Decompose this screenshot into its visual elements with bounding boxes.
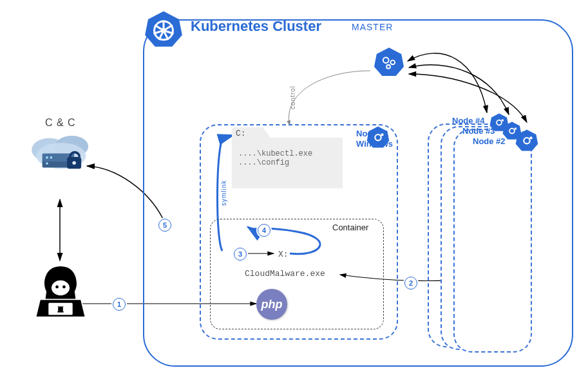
- svg-point-37: [55, 286, 59, 289]
- file-window-drive: C:: [236, 129, 246, 138]
- symlink-label: symlink: [220, 180, 227, 206]
- file-window: ....\kubectl.exe ....\config: [232, 138, 343, 188]
- node2-icon: [515, 129, 538, 152]
- control-label: control: [289, 86, 296, 109]
- svg-point-36: [52, 280, 70, 295]
- cluster-title: Kubernetes Cluster: [191, 18, 321, 35]
- svg-point-31: [46, 156, 48, 159]
- svg-point-25: [529, 136, 532, 139]
- node4-label: Node #4: [452, 116, 485, 126]
- container-drive: X:: [278, 250, 289, 259]
- master-label: MASTER: [352, 22, 393, 32]
- node1-icon: [366, 125, 390, 149]
- container-label: Container: [332, 223, 368, 232]
- svg-marker-23: [516, 129, 538, 151]
- svg-marker-10: [374, 48, 404, 76]
- php-icon: php: [256, 289, 287, 320]
- svg-point-38: [62, 286, 66, 289]
- malware-exe: CloudMalware.exe: [245, 269, 325, 279]
- step-5-badge: 5: [158, 219, 171, 232]
- cc-label: C & C: [45, 117, 76, 129]
- file-window-contents: ....\kubectl.exe ....\config: [232, 138, 343, 167]
- svg-marker-14: [367, 126, 390, 147]
- node2-box: [453, 129, 532, 353]
- svg-point-32: [50, 156, 53, 159]
- svg-point-35: [72, 161, 75, 164]
- svg-point-33: [46, 162, 48, 165]
- step-3-badge: 3: [234, 248, 247, 261]
- svg-point-16: [381, 133, 383, 136]
- step-4-badge: 4: [258, 224, 270, 237]
- cc-icon: [26, 129, 97, 193]
- node2-label: Node #2: [473, 136, 506, 147]
- step-2-badge: 2: [404, 277, 417, 290]
- svg-point-9: [161, 28, 166, 33]
- step-1-badge: 1: [113, 298, 126, 311]
- attacker-icon: [35, 264, 86, 318]
- kubernetes-icon: [144, 10, 183, 48]
- master-icon: [374, 46, 404, 77]
- node3-label: Node #3: [462, 126, 495, 136]
